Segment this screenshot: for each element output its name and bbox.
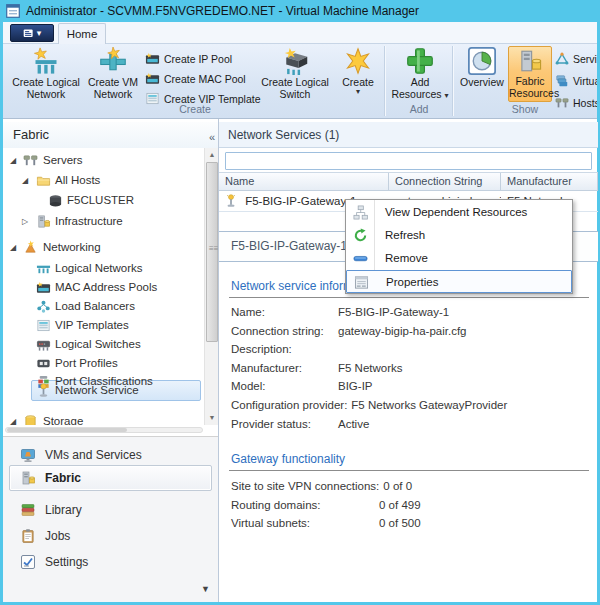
detail-label: Provider status: xyxy=(231,415,338,434)
detail-label: Name: xyxy=(231,303,338,322)
nav-more-icon[interactable]: ▼ xyxy=(201,584,210,594)
ribbon: Create Logical Network Create VM Network… xyxy=(3,44,597,119)
tree-item-f5cluster[interactable]: F5CLUSTER xyxy=(3,191,203,210)
services-icon xyxy=(555,52,569,66)
network-service-icon xyxy=(36,383,51,398)
tree-expanded-icon[interactable]: ◢ xyxy=(10,412,16,425)
nav-item-library[interactable]: Library xyxy=(3,499,218,521)
ribbon-group-separator xyxy=(384,46,386,116)
jobs-icon xyxy=(20,528,36,544)
tree-item-port-profiles[interactable]: Port Profiles xyxy=(3,354,203,373)
caret-down-icon: ▾ xyxy=(335,88,381,95)
results-header: Network Services (1) xyxy=(219,122,598,148)
scroll-up-icon[interactable]: ▲ xyxy=(205,148,219,162)
ribbon-group-create: Create xyxy=(7,103,383,115)
folder-icon xyxy=(36,173,51,188)
network-services-pane: Network Services (1) Name Connection Str… xyxy=(218,119,597,602)
create-button[interactable]: Create ▾ xyxy=(335,46,381,104)
filter-input[interactable] xyxy=(225,152,592,170)
titlebar[interactable]: Administrator - SCVMM.F5NVGREDEMO.NET - … xyxy=(0,0,600,22)
detail-label: Routing domains: xyxy=(231,496,379,515)
create-logical-switch-button[interactable]: Create Logical Switch xyxy=(257,46,333,104)
add-plus-icon xyxy=(406,47,434,75)
logical-networks-icon xyxy=(36,261,51,276)
workspace-nav: VMs and Services Fabric Library Jobs Set… xyxy=(3,436,218,602)
detail-value: F5-BIG-IP-Gateway-1 xyxy=(338,303,449,322)
cluster-icon xyxy=(48,193,63,208)
tree-item-logical-switches[interactable]: Logical Switches xyxy=(3,335,203,354)
tree-item-network-service[interactable]: Network Service xyxy=(3,381,203,400)
ribbon-tab-row: ▾ Home xyxy=(3,22,597,44)
ribbon-group-show: Show xyxy=(455,103,595,115)
load-balancers-icon xyxy=(36,299,51,314)
create-ip-pool-button[interactable]: Create IP Pool xyxy=(145,50,232,67)
ribbon-group-add: Add xyxy=(387,103,451,115)
tree-item-storage[interactable]: ◢ Storage xyxy=(3,412,203,425)
nav-item-fabric[interactable]: Fabric xyxy=(3,467,218,489)
tree-horizontal-scrollbar[interactable] xyxy=(5,427,203,433)
create-vm-network-button[interactable]: Create VM Network xyxy=(85,46,141,104)
app-menu-button[interactable]: ▾ xyxy=(10,24,54,42)
nav-item-jobs[interactable]: Jobs xyxy=(3,525,218,547)
settings-icon xyxy=(20,554,36,570)
caret-down-icon: ▾ xyxy=(37,28,42,38)
workspace: Fabric « ◢ Servers ◢ All Hosts F5CLUSTE xyxy=(3,119,597,602)
tree-expanded-icon[interactable]: ◢ xyxy=(10,238,16,257)
collapse-pane-icon[interactable]: « xyxy=(209,128,215,146)
tree-item-all-hosts[interactable]: ◢ All Hosts xyxy=(3,171,203,190)
tree-item-mac-address-pools[interactable]: MAC Address Pools xyxy=(3,278,203,297)
detail-value: Active xyxy=(338,415,369,434)
tab-home[interactable]: Home xyxy=(58,23,106,44)
create-mac-pool-button[interactable]: Create MAC Pool xyxy=(145,70,246,87)
column-header-manufacturer[interactable]: Manufacturer xyxy=(501,173,598,190)
tree-expanded-icon[interactable]: ◢ xyxy=(10,151,16,170)
show-virtual-machines-button[interactable]: Virtual Ma xyxy=(555,72,597,89)
detail-value: BIG-IP xyxy=(338,377,373,396)
detail-value: gateway-bigip-ha-pair.cfg xyxy=(338,322,467,341)
menu-item-refresh[interactable]: Refresh xyxy=(346,224,572,247)
overview-button[interactable]: Overview xyxy=(456,46,508,104)
tree-item-logical-networks[interactable]: Logical Networks xyxy=(3,259,203,278)
tree-item-networking[interactable]: ◢ Networking xyxy=(3,238,203,257)
menu-item-view-dependent-resources[interactable]: View Dependent Resources xyxy=(346,201,572,224)
logical-switches-icon xyxy=(36,337,51,352)
gateway-icon xyxy=(224,194,238,208)
column-header-name[interactable]: Name xyxy=(219,173,389,190)
overview-pie-icon xyxy=(468,47,496,75)
caret-down-icon: ▾ xyxy=(445,91,449,100)
network-service-information-rows: Name:F5-BIG-IP-Gateway-1 Connection stri… xyxy=(231,303,591,433)
menu-item-properties[interactable]: Properties xyxy=(346,270,572,293)
fabric-icon xyxy=(20,470,36,486)
fabric-resources-icon xyxy=(517,48,543,74)
tree-item-infrastructure[interactable]: ▷ Infrastructure xyxy=(3,212,203,231)
detail-label: Model: xyxy=(231,377,338,396)
scroll-down-icon[interactable]: ▼ xyxy=(205,411,219,425)
show-services-button[interactable]: Services xyxy=(555,50,597,67)
vms-and-services-icon xyxy=(20,447,36,463)
nav-item-settings[interactable]: Settings xyxy=(3,551,218,573)
gateway-functionality-rows: Site to site VPN connections:0 of 0 Rout… xyxy=(231,477,591,533)
tree-item-vip-templates[interactable]: VIP Templates xyxy=(3,316,203,335)
nav-item-vms-and-services[interactable]: VMs and Services xyxy=(3,444,218,466)
add-resources-button[interactable]: Add Resources ▾ xyxy=(391,46,449,104)
tree-vertical-scrollbar[interactable]: ▲ ≡≡ ▼ xyxy=(204,148,218,425)
detail-value: F5 Networks xyxy=(338,359,403,378)
refresh-icon xyxy=(353,228,368,243)
scrollbar-thumb[interactable] xyxy=(7,428,127,432)
logical-switch-icon xyxy=(281,47,309,75)
detail-label: Configuration provider: xyxy=(231,396,351,415)
tree-collapsed-icon[interactable]: ▷ xyxy=(22,212,28,231)
column-header-connection-string[interactable]: Connection String xyxy=(389,173,501,190)
fabric-resources-button[interactable]: Fabric Resources xyxy=(508,46,552,102)
menu-item-remove[interactable]: Remove xyxy=(346,247,572,270)
networking-icon xyxy=(23,240,38,255)
scrollbar-thumb[interactable]: ≡≡ xyxy=(206,162,218,342)
create-logical-network-button[interactable]: Create Logical Network xyxy=(7,46,85,104)
tree-item-load-balancers[interactable]: Load Balancers xyxy=(3,297,203,316)
tree-item-servers[interactable]: ◢ Servers xyxy=(3,151,203,170)
remove-icon xyxy=(353,251,368,266)
tree-expanded-icon[interactable]: ◢ xyxy=(22,171,28,190)
detail-value: 0 of 0 xyxy=(383,477,412,496)
detail-label: Site to site VPN connections: xyxy=(231,477,383,496)
library-icon xyxy=(20,502,36,518)
